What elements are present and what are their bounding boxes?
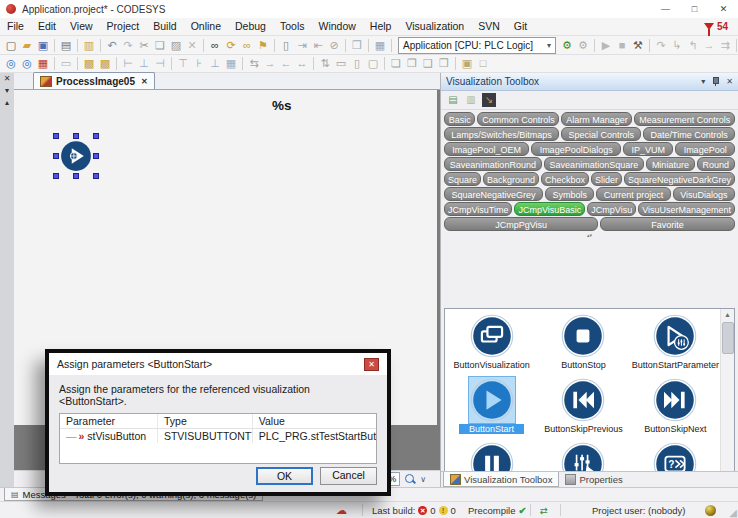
category-jcmpvisutime[interactable]: JCmpVisuTime	[444, 202, 512, 216]
category-squarenegativegrey[interactable]: SquareNegativeGrey	[444, 187, 543, 201]
toolbox-item-buttonstartparameter[interactable]: ButtonStartParameter	[631, 313, 720, 377]
login-icon[interactable]: ⚙	[559, 38, 575, 53]
zoom-icon[interactable]	[404, 473, 416, 485]
zoom-chevron-icon[interactable]: ∨	[420, 475, 426, 484]
bring-to-front-icon[interactable]: ❏	[388, 56, 404, 71]
cancel-button[interactable]: Cancel	[320, 467, 377, 485]
category-round[interactable]: Round	[697, 157, 735, 171]
align-left-icon[interactable]: ⊢	[120, 56, 136, 71]
rectangle-tool-icon[interactable]: ▭	[58, 56, 74, 71]
menu-online[interactable]: Online	[184, 18, 228, 35]
zoom-to-selection-icon[interactable]: ◎	[3, 56, 19, 71]
ungroup-icon[interactable]: □	[475, 56, 491, 71]
resize-handle[interactable]	[93, 173, 99, 179]
copy-icon[interactable]: ❏	[152, 38, 168, 53]
menu-build[interactable]: Build	[146, 18, 183, 35]
category-slider[interactable]: Slider	[591, 172, 622, 186]
visualization-settings-icon[interactable]: ▩	[81, 56, 97, 71]
run-to-cursor-icon[interactable]: →	[701, 38, 717, 53]
align-top-icon[interactable]: ⊤	[175, 56, 191, 71]
next-bookmark-icon[interactable]: ⇥	[294, 38, 310, 53]
bring-forward-icon[interactable]: ❐	[404, 56, 420, 71]
active-application-combo[interactable]: Application [CPU: PLC Logic]▾	[398, 37, 556, 54]
find-in-project-icon[interactable]: ∞	[239, 38, 255, 53]
menu-project[interactable]: Project	[100, 18, 147, 35]
remove-horizontal-space-icon[interactable]: ↔	[294, 56, 310, 71]
resize-handle[interactable]	[73, 173, 79, 179]
space-evenly-horizontal-icon[interactable]: ⇆	[246, 56, 262, 71]
scrollbar-thumb[interactable]	[722, 322, 734, 354]
pin-icon[interactable]	[712, 77, 719, 86]
calendar-icon[interactable]: ▦	[372, 38, 388, 53]
align-right-icon[interactable]: ⊣	[152, 56, 168, 71]
send-to-back-icon[interactable]: ❒	[436, 56, 452, 71]
visualization-manager-icon[interactable]: ▩	[97, 56, 113, 71]
step-into-icon[interactable]: ↳	[669, 38, 685, 53]
step-out-icon[interactable]: ↰	[685, 38, 701, 53]
category-ip-vum[interactable]: IP_VUM	[623, 142, 673, 156]
user-globe-icon[interactable]	[705, 502, 716, 518]
category-visuusermanagement[interactable]: VisuUserManagement	[638, 202, 735, 216]
copy-to-project-icon[interactable]: ▥	[81, 38, 97, 53]
toolbox-item-buttonskipprevious[interactable]: ButtonSkipPrevious	[536, 377, 631, 441]
message-filter[interactable]: 54	[704, 21, 738, 32]
strip-close-icon[interactable]: ✕	[1, 73, 13, 85]
make-same-size-icon[interactable]: ▢	[365, 56, 381, 71]
start-icon[interactable]: ▶	[598, 38, 614, 53]
value-cell[interactable]: PLC_PRG.stTestStartButton	[253, 429, 376, 443]
category-saveanimationround[interactable]: SaveanimationRound	[444, 157, 542, 171]
resize-handle[interactable]	[93, 153, 99, 159]
category-squarenegativedarkgrey[interactable]: SquareNegativeDarkGrey	[624, 172, 735, 186]
close-button[interactable]: ✕	[709, 0, 738, 18]
redo-icon[interactable]: ↷	[120, 38, 136, 53]
find-next-icon[interactable]: ⟳	[223, 38, 239, 53]
maximize-button[interactable]: □	[680, 0, 709, 18]
resize-handle[interactable]	[53, 153, 59, 159]
menu-visualization[interactable]: Visualization	[398, 18, 471, 35]
menu-edit[interactable]: Edit	[31, 18, 63, 35]
category-jcmppgvisu[interactable]: JCmpPgVisu	[444, 217, 598, 231]
toolbox-item-buttonstart[interactable]: ButtonStart	[447, 377, 536, 441]
group-icon[interactable]: ▣	[459, 56, 475, 71]
tab-processimage05[interactable]: ProcessImage05 ✕	[33, 72, 155, 89]
undo-icon[interactable]: ↶	[104, 38, 120, 53]
resize-handle[interactable]	[93, 133, 99, 139]
save-icon[interactable]: ▣	[35, 38, 51, 53]
increase-horizontal-space-icon[interactable]: →	[262, 56, 278, 71]
category-visudialogs[interactable]: VisuDialogs	[673, 187, 735, 201]
category-special-controls[interactable]: Special Controls	[561, 127, 641, 141]
scroll-up-icon[interactable]: ▲	[721, 309, 734, 321]
ok-button[interactable]: OK	[256, 467, 313, 485]
category-jcmpvisu[interactable]: JCmpVisu	[587, 202, 636, 216]
category-date-time-controls[interactable]: Date/Time Controls	[643, 127, 735, 141]
edit-visualization-icon[interactable]: ▥	[464, 93, 478, 107]
table-row[interactable]: —»stVisuButtonSTVISUBUTTONTYPEPLC_PRG.st…	[60, 429, 376, 443]
category-favorite[interactable]: Favorite	[600, 217, 735, 231]
align-center-icon[interactable]: ⊥	[136, 56, 152, 71]
category-miniature[interactable]: Miniature	[646, 157, 695, 171]
resize-handle[interactable]	[53, 173, 59, 179]
step-over-icon[interactable]: ↷	[653, 38, 669, 53]
menu-svn[interactable]: SVN	[471, 18, 507, 35]
panel-close-icon[interactable]: ✕	[726, 77, 733, 86]
category-background[interactable]: Background	[483, 172, 539, 186]
category-symbols[interactable]: Symbols	[545, 187, 594, 201]
insert-table-icon[interactable]: ▦	[223, 56, 239, 71]
menu-window[interactable]: Window	[311, 18, 362, 35]
category-imagepooldialogs[interactable]: ImagePoolDialogs	[531, 142, 621, 156]
print-icon[interactable]: ▤	[58, 38, 74, 53]
tab-close-icon[interactable]: ✕	[141, 77, 148, 86]
paste-icon[interactable]: ▨	[168, 38, 184, 53]
strip-chevron-down-icon[interactable]: ▾	[1, 85, 13, 97]
category-jcmpvisubasic[interactable]: JCmpVisuBasic	[514, 202, 585, 216]
make-same-height-icon[interactable]: ▯	[349, 56, 365, 71]
tab-properties[interactable]: Properties	[559, 472, 628, 487]
replace-icon[interactable]: ⚑	[255, 38, 271, 53]
category-current-project[interactable]: Current project	[596, 187, 670, 201]
category-alarm-manager[interactable]: Alarm Manager	[561, 112, 632, 126]
show-in-editor-icon[interactable]: ↘	[482, 93, 496, 107]
cut-icon[interactable]: ✂	[136, 38, 152, 53]
toolbox-item-buttonskipnext[interactable]: ButtonSkipNext	[631, 377, 720, 441]
category-checkbox[interactable]: Checkbox	[541, 172, 589, 186]
stop-icon[interactable]: ■	[614, 38, 630, 53]
